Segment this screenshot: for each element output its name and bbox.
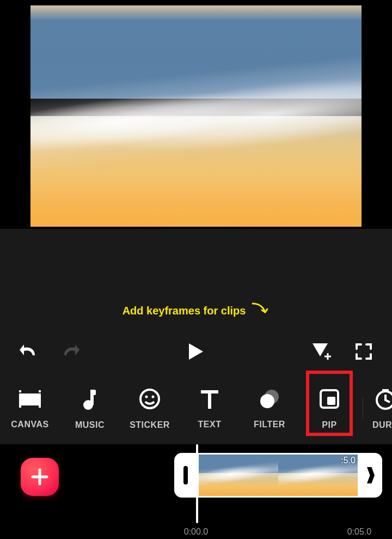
svg-point-8 xyxy=(140,390,159,408)
time-tick: 0:00.0 xyxy=(184,527,208,537)
tool-duration[interactable]: DURA xyxy=(366,376,392,441)
fullscreen-button[interactable] xyxy=(347,335,380,368)
svg-point-14 xyxy=(260,394,274,408)
svg-rect-16 xyxy=(327,397,335,405)
tool-label: MUSIC xyxy=(75,420,105,430)
svg-rect-12 xyxy=(208,390,211,409)
playback-controls xyxy=(0,332,392,371)
undo-button[interactable] xyxy=(12,335,45,368)
tool-filter[interactable]: FILTER xyxy=(240,376,299,441)
text-icon xyxy=(199,388,220,412)
tool-canvas[interactable]: CANVAS xyxy=(0,376,60,441)
clip-thumbnail xyxy=(199,455,278,496)
svg-rect-4 xyxy=(20,393,40,404)
clock-icon xyxy=(374,387,392,413)
music-icon xyxy=(81,387,99,413)
add-keyframe-button[interactable] xyxy=(305,335,338,368)
hint-arrow-icon xyxy=(251,301,270,320)
tool-label: TEXT xyxy=(198,420,222,429)
canvas-icon xyxy=(17,388,42,412)
timeline-area[interactable]: :5.0 0:00.0 0:05.0 xyxy=(0,444,392,539)
tool-label: DURA xyxy=(372,420,392,430)
tool-sticker[interactable]: STICKER xyxy=(120,376,180,441)
tool-label: FILTER xyxy=(254,420,285,429)
play-button[interactable] xyxy=(180,335,212,368)
redo-button[interactable] xyxy=(54,335,87,368)
tool-music[interactable]: MUSIC xyxy=(60,376,120,441)
hint-text: Add keyframes for clips xyxy=(122,305,246,317)
status-bar xyxy=(0,0,392,5)
svg-marker-0 xyxy=(189,343,203,360)
add-media-button[interactable] xyxy=(21,458,59,496)
playhead[interactable] xyxy=(196,444,198,523)
sticker-icon xyxy=(138,387,161,413)
preview-frame[interactable] xyxy=(30,5,362,227)
tool-label: STICKER xyxy=(130,420,170,430)
video-editor-screen: { "hint": { "text": "Add keyframes for c… xyxy=(0,0,392,539)
pip-icon xyxy=(318,387,341,413)
time-tick: 0:05.0 xyxy=(347,527,371,537)
clip-trim-handle-right[interactable] xyxy=(359,453,382,498)
tool-label: PIP xyxy=(322,420,336,430)
tool-separator xyxy=(363,398,363,420)
time-ruler[interactable]: 0:00.0 0:05.0 xyxy=(0,527,392,539)
clip-trim-handle-left[interactable] xyxy=(174,453,197,498)
hint-row: Add keyframes for clips xyxy=(0,301,392,320)
clip-track[interactable]: :5.0 xyxy=(197,453,359,498)
svg-marker-1 xyxy=(313,343,328,356)
svg-point-7 xyxy=(83,400,93,410)
clip-duration-badge: :5.0 xyxy=(341,456,356,465)
tool-label: CANVAS xyxy=(11,420,48,429)
filter-icon xyxy=(258,388,281,412)
svg-point-10 xyxy=(152,396,155,398)
svg-point-9 xyxy=(145,396,148,398)
tool-text[interactable]: TEXT xyxy=(180,376,240,441)
preview-area xyxy=(0,5,392,229)
tool-strip[interactable]: CANVAS MUSIC STICKER TEXT FILTER xyxy=(0,373,392,444)
plus-icon xyxy=(30,467,50,487)
tool-pip[interactable]: PIP xyxy=(299,376,359,441)
